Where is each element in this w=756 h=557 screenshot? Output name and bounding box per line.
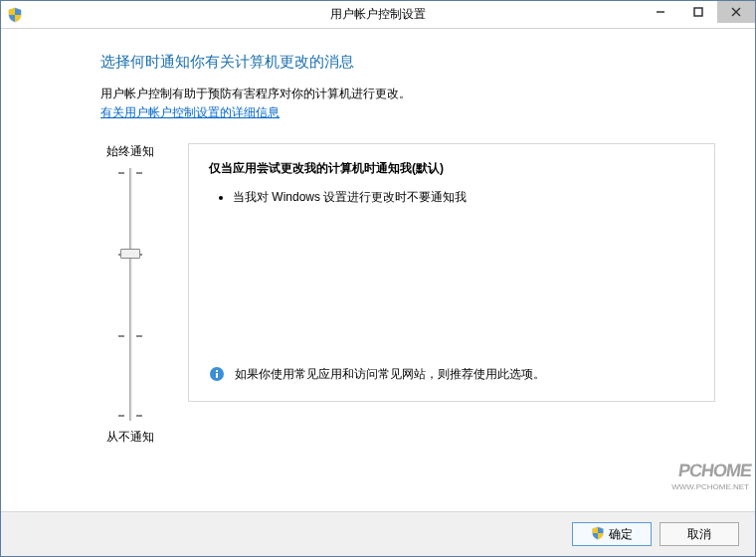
ok-button[interactable]: 确定 (572, 522, 652, 546)
slider-label-never: 从不通知 (106, 429, 154, 446)
window-title: 用户帐户控制设置 (330, 6, 426, 23)
content-area: 选择何时通知你有关计算机更改的消息 用户帐户控制有助于预防有害程序对你的计算机进… (1, 29, 755, 511)
maximize-button[interactable] (679, 1, 717, 23)
slider-column: 始终通知 从不通知 (100, 143, 160, 446)
svg-rect-6 (216, 370, 218, 372)
close-button[interactable] (717, 1, 755, 23)
shield-icon (7, 7, 23, 23)
notification-slider[interactable] (115, 168, 145, 421)
level-bullet-list: 当我对 Windows 设置进行更改时不要通知我 (209, 189, 694, 206)
uac-settings-window: 用户帐户控制设置 选择何时通知你有关计算机更改的消息 用户帐户控制有助于预防有害… (0, 0, 756, 557)
shield-icon (591, 526, 605, 543)
slider-tick (118, 415, 142, 416)
main-area: 始终通知 从不通知 仅当应用尝试更改我的计算机时通知我(默认) 当我对 Wind… (100, 143, 715, 446)
titlebar: 用户帐户控制设置 (1, 1, 755, 29)
recommendation-row: 如果你使用常见应用和访问常见网站，则推荐使用此选项。 (209, 366, 694, 385)
recommendation-text: 如果你使用常见应用和访问常见网站，则推荐使用此选项。 (235, 366, 545, 383)
slider-track (129, 168, 132, 421)
minimize-button[interactable] (642, 1, 679, 23)
window-controls (642, 1, 755, 28)
cancel-button[interactable]: 取消 (660, 522, 739, 546)
level-info-box: 仅当应用尝试更改我的计算机时通知我(默认) 当我对 Windows 设置进行更改… (188, 143, 715, 402)
slider-label-always: 始终通知 (106, 143, 154, 160)
slider-thumb[interactable] (120, 249, 140, 259)
page-heading: 选择何时通知你有关计算机更改的消息 (100, 53, 715, 72)
ok-label: 确定 (609, 526, 633, 543)
slider-tick (118, 335, 142, 336)
slider-tick (118, 172, 142, 173)
cancel-label: 取消 (687, 526, 711, 543)
watermark: PCHOME (677, 461, 753, 481)
page-description: 用户帐户控制有助于预防有害程序对你的计算机进行更改。 (100, 86, 715, 102)
level-bullet: 当我对 Windows 设置进行更改时不要通知我 (233, 189, 694, 206)
info-icon (209, 366, 225, 385)
svg-rect-5 (216, 373, 218, 378)
svg-rect-1 (694, 8, 702, 16)
level-title: 仅当应用尝试更改我的计算机时通知我(默认) (209, 160, 694, 177)
help-link[interactable]: 有关用户帐户控制设置的详细信息 (100, 105, 280, 119)
footer: 确定 取消 (1, 511, 755, 556)
watermark-url: WWW.PCHOME.NET (671, 482, 749, 491)
